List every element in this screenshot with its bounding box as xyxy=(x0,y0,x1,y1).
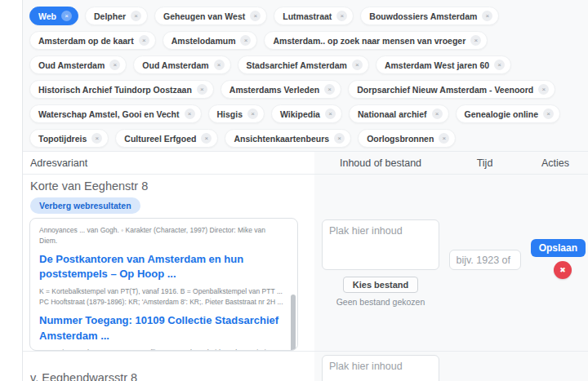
filter-chip[interactable]: Bouwdossiers Amsterdam× xyxy=(360,7,499,25)
results-scrollbar[interactable] xyxy=(291,295,296,351)
chip-close-icon[interactable]: × xyxy=(201,133,212,144)
page: Web×Delpher×Geheugen van West×Lutmastraa… xyxy=(0,0,588,381)
filter-chip[interactable]: Amsterdam.. op zoek naar mensen van vroe… xyxy=(264,31,488,50)
filter-chip-label: Delpher xyxy=(94,11,126,21)
chip-close-icon[interactable]: × xyxy=(325,109,336,119)
filter-chip[interactable]: Amstelodamum× xyxy=(163,31,258,50)
filter-chip[interactable]: Hisgis× xyxy=(208,104,265,123)
filter-chip-label: Topotijdreis xyxy=(38,134,87,144)
column-header-inhoud: Inhoud of bestand xyxy=(314,152,447,174)
save-button[interactable]: Opslaan xyxy=(531,239,586,257)
filter-chip-label: Hisgis xyxy=(217,109,243,119)
chip-close-icon[interactable]: × xyxy=(543,109,554,119)
filter-chip-label: Historisch Archief Tuindorp Oostzaan xyxy=(38,85,192,95)
filter-chip[interactable]: Wikipedia× xyxy=(271,104,342,123)
chip-close-icon[interactable]: × xyxy=(91,133,102,144)
result-snippet: Annoyances ... van Gogh. ◦ Karakter (Cha… xyxy=(39,225,284,246)
filter-chip-label: Oud Amsterdam xyxy=(142,60,208,70)
filter-chip-label: Cultureel Erfgoed xyxy=(124,134,196,144)
content-cell: Kies bestand Geen bestand gekozen xyxy=(314,175,447,351)
filter-chip[interactable]: Historisch Archief Tuindorp Oostzaan× xyxy=(29,80,214,99)
actions-cell: Opslaan ✖ xyxy=(523,352,588,381)
time-input[interactable] xyxy=(449,250,521,270)
filter-chip[interactable]: Ansichtenkaartenbeurs× xyxy=(225,129,351,148)
choose-file-button[interactable]: Kies bestand xyxy=(343,277,418,293)
chip-close-icon[interactable]: × xyxy=(432,109,443,119)
result-snippet: 1017. Tip-Top Theater. Feestvoorstelling… xyxy=(39,348,284,351)
filter-chip-label: Web xyxy=(38,11,56,21)
chip-close-icon[interactable]: × xyxy=(185,109,195,119)
filter-chip-label: Amsterdam.. op zoek naar mensen van vroe… xyxy=(273,36,466,46)
chip-close-icon[interactable]: × xyxy=(439,133,449,144)
chip-close-icon[interactable]: × xyxy=(131,11,141,21)
content-cell: Kies bestand xyxy=(314,352,447,381)
filter-chip[interactable]: Oud Amsterdam× xyxy=(133,55,230,74)
column-header-acties: Acties xyxy=(523,152,588,174)
chip-close-icon[interactable]: × xyxy=(240,35,251,46)
filter-chip[interactable]: Dorpsarchief Nieuw Amsterdam - Veenoord× xyxy=(348,80,555,99)
table-header-row: Adresvariant Inhoud of bestand Tijd Acti… xyxy=(23,152,588,175)
result-link[interactable]: Nummer Toegang: 10109 Collectie Stadsarc… xyxy=(39,313,284,344)
chip-close-icon[interactable]: × xyxy=(494,60,505,70)
actions-cell: Opslaan ✖ xyxy=(523,175,588,351)
content-textarea[interactable] xyxy=(322,355,439,381)
result-snippet: K = Kortebalkstempel van PT(T), vanaf 19… xyxy=(39,286,284,308)
filter-chip[interactable]: Cultureel Erfgoed× xyxy=(115,129,218,148)
filter-chip[interactable]: Nationaal archief× xyxy=(349,104,449,123)
chip-close-icon[interactable]: × xyxy=(470,35,481,46)
filter-chip[interactable]: Delpher× xyxy=(85,7,148,25)
filter-chip-label: Geheugen van West xyxy=(163,11,245,21)
table-row: Korte van Eeghenstr 8 Verberg webresulta… xyxy=(23,175,588,351)
address-cell: Korte van Eeghenstr 8 Verberg webresulta… xyxy=(23,175,314,351)
filter-chip[interactable]: Genealogie online× xyxy=(456,104,560,123)
main-panel: Web×Delpher×Geheugen van West×Lutmastraa… xyxy=(23,0,588,381)
content-textarea[interactable] xyxy=(322,219,439,270)
filter-chip[interactable]: Amsterdam op de kaart× xyxy=(29,31,156,50)
chip-close-icon[interactable]: × xyxy=(197,84,207,95)
filter-chip-label: Nationaal archief xyxy=(358,109,427,119)
filter-chip[interactable]: Geheugen van West× xyxy=(154,7,267,25)
filter-chip[interactable]: Oorlogsbronnen× xyxy=(358,129,456,148)
filter-chip[interactable]: Oud Amsterdam× xyxy=(29,55,127,74)
chip-close-icon[interactable]: × xyxy=(139,35,149,46)
filter-chip[interactable]: Amsterdams Verleden× xyxy=(220,80,341,99)
chip-close-icon[interactable]: × xyxy=(352,60,363,70)
filter-chip-label: Oud Amsterdam xyxy=(38,60,105,70)
filter-chip-label: Genealogie online xyxy=(465,109,538,119)
chip-close-icon[interactable]: × xyxy=(324,84,335,95)
chip-close-icon[interactable]: × xyxy=(334,133,345,144)
address-title: v. Eeghendwarsstr 8 xyxy=(30,371,314,381)
chip-close-icon[interactable]: × xyxy=(61,11,72,21)
chip-close-icon[interactable]: × xyxy=(482,11,492,21)
filter-chip[interactable]: Topotijdreis× xyxy=(29,129,109,148)
chip-close-icon[interactable]: × xyxy=(336,11,347,21)
filter-chip-label: Stadsarchief Amsterdam xyxy=(247,60,347,70)
chip-close-icon[interactable]: × xyxy=(250,11,261,21)
left-gutter xyxy=(0,0,23,381)
filter-chip[interactable]: Web× xyxy=(29,7,78,25)
chip-close-icon[interactable]: × xyxy=(214,60,225,70)
filter-chip-label: Amsterdam West jaren 60 xyxy=(385,60,489,70)
filter-chip[interactable]: Waterschap Amstel, Gooi en Vecht× xyxy=(29,104,202,123)
filter-chip-label: Lutmastraat xyxy=(283,11,332,21)
column-header-adresvariant: Adresvariant xyxy=(23,152,314,174)
toggle-webresults-button[interactable]: Verberg webresultaten xyxy=(30,197,140,214)
filter-chip[interactable]: Stadsarchief Amsterdam× xyxy=(238,55,369,74)
chip-close-icon[interactable]: × xyxy=(109,60,120,70)
filter-chip-label: Wikipedia xyxy=(280,109,320,119)
chip-close-icon[interactable]: × xyxy=(538,84,549,95)
time-cell xyxy=(447,175,523,351)
address-title: Korte van Eeghenstr 8 xyxy=(30,179,314,193)
time-cell xyxy=(447,352,523,381)
chip-close-icon[interactable]: × xyxy=(247,109,258,119)
delete-x-icon[interactable]: ✖ xyxy=(559,266,566,274)
filter-chip-label: Waterschap Amstel, Gooi en Vecht xyxy=(38,109,180,119)
webresults-panel: Annoyances ... van Gogh. ◦ Karakter (Cha… xyxy=(29,218,298,351)
result-link[interactable]: De Postkantoren van Amsterdam en hun pos… xyxy=(39,252,284,283)
table-row: v. Eeghendwarsstr 8 Toon webresultaten K… xyxy=(23,351,588,381)
filter-chip[interactable]: Amsterdam West jaren 60× xyxy=(376,55,511,74)
filter-chip-label: Oorlogsbronnen xyxy=(367,134,434,144)
filter-chip-label: Bouwdossiers Amsterdam xyxy=(369,11,477,21)
filter-chip[interactable]: Lutmastraat× xyxy=(274,7,354,25)
source-filter-list: Web×Delpher×Geheugen van West×Lutmastraa… xyxy=(23,0,588,151)
